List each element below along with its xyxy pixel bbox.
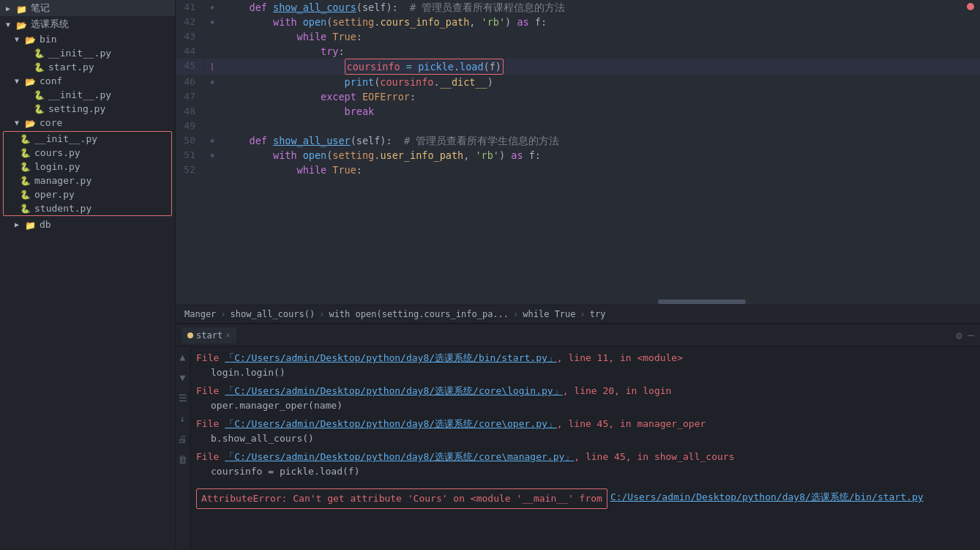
arrow-icon	[15, 220, 25, 228]
list-icon[interactable]: ☰	[177, 392, 189, 404]
sidebar-item-conf[interactable]: conf	[0, 74, 175, 88]
file-icon	[20, 162, 31, 171]
code-line-52: 52 while True:	[176, 163, 980, 177]
tab-dot	[187, 332, 193, 338]
file-icon	[20, 134, 31, 144]
line-content: def show_all_user(self): # 管理员查看所有学生信息的方…	[220, 133, 980, 148]
scroll-down-button[interactable]: ▼	[177, 371, 189, 383]
line-content: except EOFError:	[220, 89, 980, 104]
tab-close-button[interactable]: ✕	[225, 330, 231, 340]
scroll-up-button[interactable]: ▲	[177, 351, 189, 363]
file-link[interactable]: 「C:/Users/admin/Desktop/python/day8/选课系统…	[225, 385, 563, 396]
terminal-line: File 「C:/Users/admin/Desktop/python/day8…	[196, 351, 974, 365]
sidebar-item-xuankexitong[interactable]: 选课系统	[0, 16, 175, 32]
gutter: ◆	[205, 75, 220, 89]
arrow-icon	[15, 119, 25, 127]
folder-icon	[25, 118, 37, 127]
sidebar-item-label: cours.py	[34, 147, 81, 158]
gutter	[205, 89, 220, 104]
sidebar-item-core-init[interactable]: __init__.py	[4, 132, 171, 146]
terminal-line: oper.manager_oper(name)	[196, 398, 974, 413]
sidebar-item-core[interactable]: core	[0, 116, 175, 130]
terminal-toolbar: ⚙ ─	[956, 330, 974, 341]
terminal-panel: start ✕ ⚙ ─ ▲ ▼ ☰ ↓ 🖨 🗑	[176, 323, 980, 550]
line-content: try:	[220, 44, 980, 59]
download-icon[interactable]: ↓	[177, 412, 189, 424]
line-number: 43	[176, 29, 205, 44]
line-content: def show_all_cours(self): # 管理员查看所有课程信息的…	[220, 0, 980, 15]
breadcrumb-try[interactable]: try	[590, 309, 606, 319]
file-tree[interactable]: 笔记 选课系统 bin __init__.py start.py	[0, 0, 176, 550]
error-file-link[interactable]: C:/Users/admin/Desktop/python/day8/选课系统/…	[610, 490, 924, 505]
breadcrumb-manger[interactable]: Manger	[184, 309, 216, 319]
sidebar-item-label: core	[40, 117, 62, 128]
file-link[interactable]: 「C:/Users/admin/Desktop/python/day8/选课系统…	[225, 451, 574, 462]
selected-file-group: __init__.py cours.py login.py manager.py	[3, 131, 172, 216]
gutter: ◆	[205, 133, 220, 148]
code-line-46: 46 ◆ print(coursinfo.__dict__)	[176, 75, 980, 89]
terminal-output: File 「C:/Users/admin/Desktop/python/day8…	[190, 346, 980, 550]
terminal-line: b.show_all_cours()	[196, 431, 974, 446]
folder-icon	[16, 4, 28, 13]
sidebar-item-studentpy[interactable]: student.py	[4, 201, 171, 215]
error-indicator	[967, 3, 974, 10]
code-line-42: 42 ◆ with open(setting.cours_info_path, …	[176, 15, 980, 29]
sidebar-item-label: bin	[40, 34, 56, 45]
line-number: 46	[176, 75, 205, 89]
sidebar-item-startpy[interactable]: start.py	[0, 60, 175, 74]
gutter	[205, 29, 220, 44]
line-number: 52	[176, 163, 205, 177]
minimize-icon[interactable]: ─	[968, 330, 974, 341]
terminal-line: File 「C:/Users/admin/Desktop/python/day8…	[196, 417, 974, 431]
print-icon[interactable]: 🖨	[177, 433, 189, 445]
scrollbar-horizontal[interactable]	[176, 299, 980, 305]
line-content: while True:	[220, 29, 980, 44]
line-number: 41	[176, 0, 205, 15]
gutter	[205, 104, 220, 119]
sidebar-item-label: __init__.py	[34, 133, 97, 144]
sidebar-item-db[interactable]: db	[0, 218, 175, 231]
sidebar-item-courspy[interactable]: cours.py	[4, 146, 171, 160]
sidebar-item-label: 笔记	[31, 1, 50, 15]
breadcrumb-show-all-cours[interactable]: show_all_cours()	[231, 309, 315, 319]
line-number: 50	[176, 133, 205, 148]
sidebar-item-label: manager.py	[34, 175, 91, 186]
sidebar-item-settingpy[interactable]: setting.py	[0, 102, 175, 116]
trash-icon[interactable]: 🗑	[177, 453, 189, 465]
file-link[interactable]: 「C:/Users/admin/Desktop/python/day8/选课系统…	[225, 352, 557, 363]
sidebar-item-operpy[interactable]: oper.py	[4, 187, 171, 201]
sidebar-item-notes[interactable]: 笔记	[0, 0, 175, 16]
breadcrumb-bar: Manger › show_all_cours() › with open(se…	[176, 305, 980, 323]
line-content	[220, 119, 980, 133]
arrow-icon	[6, 21, 16, 29]
sidebar-item-managerpy[interactable]: manager.py	[4, 174, 171, 187]
gutter	[205, 163, 220, 177]
code-line-50: 50 ◆ def show_all_user(self): # 管理员查看所有学…	[176, 133, 980, 148]
file-link[interactable]: 「C:/Users/admin/Desktop/python/day8/选课系统…	[225, 418, 557, 429]
sidebar-item-bin-init[interactable]: __init__.py	[0, 46, 175, 60]
breadcrumb-while-true[interactable]: while True	[523, 309, 575, 319]
settings-icon[interactable]: ⚙	[956, 330, 962, 341]
code-line-44: 44 try:	[176, 44, 980, 59]
sidebar-item-bin[interactable]: bin	[0, 32, 175, 46]
scrollbar-thumb[interactable]	[658, 300, 746, 304]
error-box: AttributeError: Can't get attribute 'Cou…	[196, 488, 607, 509]
gutter: ◆	[205, 0, 220, 15]
arrow-icon	[6, 4, 16, 12]
line-content: with open(setting.user_info_path, 'rb') …	[220, 148, 980, 163]
sidebar-item-conf-init[interactable]: __init__.py	[0, 88, 175, 102]
line-number: 47	[176, 89, 205, 104]
breadcrumb-with-open[interactable]: with open(setting.cours_info_pa...	[329, 309, 509, 319]
sidebar-item-label: conf	[40, 75, 62, 86]
sidebar-item-label: __init__.py	[48, 89, 111, 100]
sidebar-item-label: setting.py	[48, 103, 105, 114]
terminal-tab-start[interactable]: start ✕	[182, 327, 236, 343]
arrow-icon	[15, 35, 25, 43]
file-icon	[34, 90, 45, 100]
terminal-line: coursinfo = pickle.load(f)	[196, 464, 974, 479]
tab-label: start	[196, 330, 222, 341]
folder-icon	[25, 76, 37, 86]
breadcrumb-sep: ›	[513, 309, 518, 319]
gutter: |	[205, 59, 220, 75]
sidebar-item-loginpy[interactable]: login.py	[4, 160, 171, 174]
